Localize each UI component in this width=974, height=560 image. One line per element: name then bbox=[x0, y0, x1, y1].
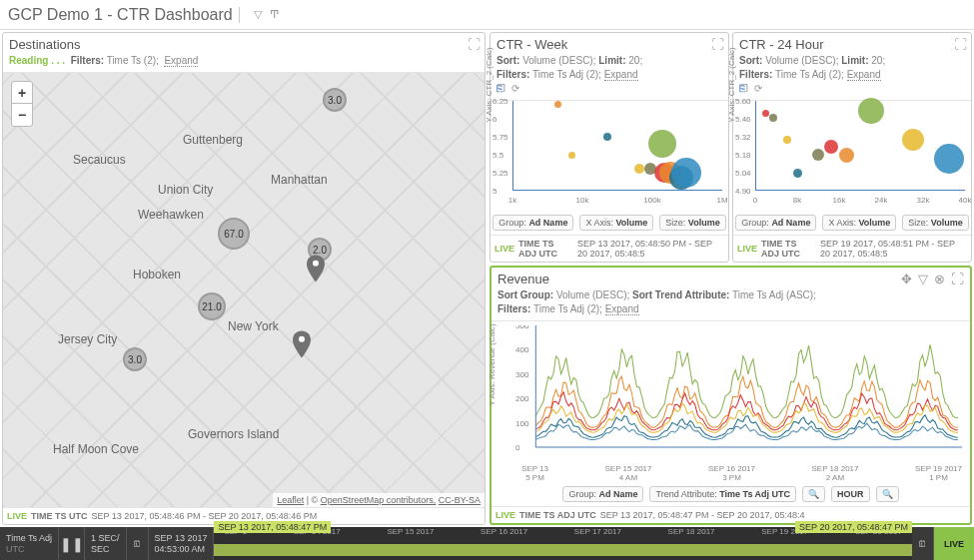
map-bubble[interactable]: 21.0 bbox=[198, 292, 226, 320]
svg-point-1 bbox=[299, 336, 305, 342]
dashboard-title: GCP Demo 1 - CTR Dashboard bbox=[8, 6, 233, 24]
group-pill[interactable]: Group: Ad Name bbox=[562, 486, 643, 502]
map-city-label: Half Moon Cove bbox=[53, 442, 139, 456]
svg-text:100: 100 bbox=[515, 418, 529, 427]
calendar-start-icon[interactable]: 🗓 bbox=[127, 527, 149, 560]
scatter-point[interactable] bbox=[902, 129, 924, 151]
zoom-control[interactable]: + − bbox=[11, 81, 33, 127]
timeline-start-marker[interactable]: SEP 13 2017, 05:48:47 PM bbox=[214, 521, 331, 533]
range-start: SEP 13 201704:53:00 AM bbox=[149, 527, 215, 560]
scatter-point[interactable] bbox=[824, 140, 838, 154]
timeline-field: Time Ts AdjUTC bbox=[0, 527, 59, 560]
svg-text:200: 200 bbox=[515, 394, 529, 403]
expand-filters[interactable]: Expand bbox=[164, 55, 198, 67]
trend-pill[interactable]: Trend Attribute: Time Ts Adj UTC bbox=[649, 486, 796, 502]
map-pin-icon[interactable] bbox=[307, 255, 325, 282]
map-attribution: Leaflet | © OpenStreetMap contributors, … bbox=[273, 493, 485, 507]
map-bubble[interactable]: 3.0 bbox=[123, 347, 147, 371]
live-button[interactable]: LIVE bbox=[934, 527, 974, 560]
map-bubble[interactable]: 67.0 bbox=[218, 218, 250, 250]
revenue-panel: Revenue ✥ ▽ ⊗ ⛶ Sort Group: Volume (DESC… bbox=[489, 266, 972, 525]
app-header: GCP Demo 1 - CTR Dashboard ▽ Ͳ bbox=[0, 0, 974, 30]
play-rate[interactable]: 1 SEC/SEC bbox=[85, 527, 127, 560]
map-city-label: New York bbox=[228, 319, 279, 333]
map-city-label: Hoboken bbox=[133, 268, 181, 281]
scatter-point[interactable] bbox=[793, 169, 802, 178]
reading-status: Reading . . . bbox=[9, 55, 65, 66]
zoom-in-button[interactable]: + bbox=[12, 82, 32, 104]
expand-icon[interactable]: ⛶ bbox=[954, 37, 967, 52]
scatter-point[interactable] bbox=[762, 110, 769, 117]
scatter-point[interactable] bbox=[568, 152, 575, 159]
live-indicator: LIVE bbox=[7, 511, 27, 521]
live-indicator: LIVE bbox=[494, 244, 514, 254]
expand-icon[interactable]: ⛶ bbox=[951, 272, 964, 286]
panel-title: CTR - Week bbox=[496, 37, 567, 52]
ctr-week-panel: CTR - Week ⛶ Sort: Volume (DESC); Limit:… bbox=[489, 32, 729, 263]
zoom-out-button[interactable]: − bbox=[12, 104, 32, 126]
map-pin-icon[interactable] bbox=[293, 330, 311, 358]
map-city-label: Governors Island bbox=[188, 427, 279, 441]
filter-icon[interactable]: ▽ bbox=[254, 8, 262, 21]
svg-text:400: 400 bbox=[515, 345, 529, 354]
scatter-point[interactable] bbox=[934, 144, 964, 174]
destinations-panel: Destinations ⛶ Reading . . . Filters: Ti… bbox=[2, 32, 486, 525]
svg-text:300: 300 bbox=[515, 370, 529, 379]
text-tool-icon[interactable]: Ͳ bbox=[270, 8, 279, 21]
panel-title: Destinations bbox=[9, 37, 81, 52]
scatter-point[interactable] bbox=[648, 130, 676, 158]
scatter-point[interactable] bbox=[783, 136, 791, 144]
expand-filters[interactable]: Expand bbox=[604, 69, 638, 81]
timeline-end-marker[interactable]: SEP 20 2017, 05:48:47 PM bbox=[795, 521, 912, 533]
scatter-point[interactable] bbox=[634, 164, 644, 174]
scatter-point[interactable] bbox=[769, 114, 777, 122]
calendar-end-icon[interactable]: 🗓 bbox=[912, 527, 934, 560]
svg-point-0 bbox=[313, 261, 319, 267]
ctr-24h-panel: CTR - 24 Hour ⛶ Sort: Volume (DESC); Lim… bbox=[732, 32, 972, 263]
y-axis-label: Y Axis: Revenue (Calc) bbox=[487, 324, 496, 406]
move-icon[interactable]: ✥ bbox=[901, 272, 912, 286]
pause-button[interactable]: ❚❚ bbox=[59, 527, 85, 560]
y-axis-label: Y Axis: CTR_2 (Calc) bbox=[727, 47, 736, 122]
timeline-track[interactable]: SEP 13 2017, 05:48:47 PM SEP 20 2017, 05… bbox=[214, 527, 912, 560]
xaxis-pill[interactable]: X Axis: Volume bbox=[822, 215, 896, 231]
panel-title: Revenue bbox=[497, 272, 549, 286]
map-city-label: Manhattan bbox=[271, 173, 328, 187]
hour-pill[interactable]: HOUR bbox=[831, 486, 870, 502]
y-axis-label: Y Axis: CTR_2 (Calc) bbox=[485, 47, 493, 122]
svg-text:0: 0 bbox=[515, 443, 520, 452]
size-pill[interactable]: Size: Volume bbox=[902, 215, 968, 231]
scatter-point[interactable] bbox=[858, 98, 884, 124]
scatter-point[interactable] bbox=[812, 149, 824, 161]
timeline-bar[interactable]: Time Ts AdjUTC ❚❚ 1 SEC/SEC 🗓 SEP 13 201… bbox=[0, 527, 974, 560]
group-pill[interactable]: Group: Ad Name bbox=[492, 215, 573, 231]
zoom-out-icon[interactable]: 🔍 bbox=[802, 486, 825, 502]
expand-filters[interactable]: Expand bbox=[605, 303, 639, 315]
scatter-point[interactable] bbox=[603, 133, 611, 141]
size-pill[interactable]: Size: Volume bbox=[659, 215, 725, 231]
revenue-chart: 5004003002001000 bbox=[515, 325, 962, 462]
live-indicator: LIVE bbox=[495, 510, 515, 520]
map-city-label: Weehawken bbox=[138, 208, 204, 222]
expand-filters[interactable]: Expand bbox=[847, 69, 881, 81]
map-city-label: Union City bbox=[158, 183, 213, 197]
zoom-in-icon[interactable]: 🔍 bbox=[876, 486, 899, 502]
close-icon[interactable]: ⊗ bbox=[934, 272, 945, 286]
live-indicator: LIVE bbox=[737, 244, 757, 254]
svg-text:500: 500 bbox=[515, 325, 529, 330]
map-city-label: Guttenberg bbox=[183, 133, 243, 147]
panel-title: CTR - 24 Hour bbox=[739, 37, 824, 52]
map-bubble[interactable]: 3.0 bbox=[323, 88, 347, 112]
map-view[interactable]: + − ManhattanNew YorkJersey CityBrooklyn… bbox=[3, 73, 485, 507]
xaxis-pill[interactable]: X Axis: Volume bbox=[579, 215, 653, 231]
group-pill[interactable]: Group: Ad Name bbox=[735, 215, 816, 231]
scatter-point[interactable] bbox=[554, 101, 561, 108]
scatter-point[interactable] bbox=[839, 148, 854, 163]
map-city-label: Secaucus bbox=[73, 153, 126, 167]
map-city-label: Jersey City bbox=[58, 332, 117, 346]
scatter-point[interactable] bbox=[671, 158, 701, 188]
filter-icon[interactable]: ▽ bbox=[918, 272, 928, 286]
expand-icon[interactable]: ⛶ bbox=[711, 37, 724, 52]
expand-icon[interactable]: ⛶ bbox=[468, 37, 481, 52]
